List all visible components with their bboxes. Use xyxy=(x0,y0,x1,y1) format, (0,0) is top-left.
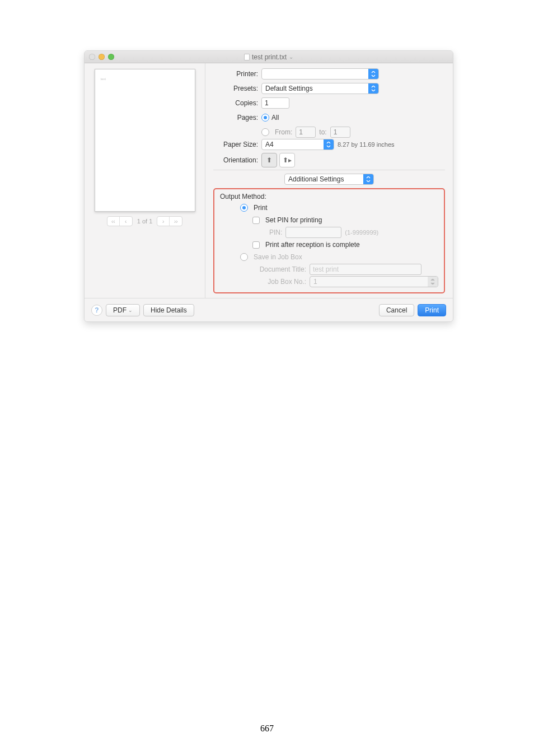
pages-label: Pages: xyxy=(213,114,261,122)
dialog-footer: ? PDF⌄ Hide Details Cancel Print xyxy=(85,298,453,321)
to-input[interactable]: 1 xyxy=(330,127,350,138)
presets-label: Presets: xyxy=(213,85,261,92)
copies-label: Copies: xyxy=(213,99,261,107)
print-after-label: Print after reception is complete xyxy=(265,241,360,249)
pin-input[interactable] xyxy=(285,227,341,238)
printer-select[interactable] xyxy=(261,68,379,80)
hide-details-button[interactable]: Hide Details xyxy=(143,304,194,316)
jobbox-no-label: Job Box No.: xyxy=(251,278,306,286)
output-print-radio[interactable] xyxy=(240,204,248,212)
minimize-icon[interactable] xyxy=(99,54,105,60)
papersize-select[interactable]: A4 xyxy=(261,139,334,150)
help-button[interactable]: ? xyxy=(91,305,102,316)
copies-input[interactable]: 1 xyxy=(261,97,289,109)
pages-all-label: All xyxy=(271,114,279,122)
doc-title-label: Document Title: xyxy=(251,265,306,273)
papersize-label: Paper Size: xyxy=(213,141,261,148)
pages-all-radio[interactable] xyxy=(261,114,269,122)
jobbox-no-select[interactable]: 1 xyxy=(310,276,438,287)
print-dialog: test print.txt ⌄ test ‹‹‹ 1 of 1 ››› xyxy=(84,50,453,322)
save-jobbox-label: Save in Job Box xyxy=(254,253,302,261)
set-pin-checkbox[interactable] xyxy=(252,217,260,224)
from-input[interactable]: 1 xyxy=(296,127,316,138)
orientation-landscape[interactable]: ⬆︎▸ xyxy=(279,153,295,167)
document-icon xyxy=(244,54,250,60)
cancel-button[interactable]: Cancel xyxy=(379,304,414,316)
title-dropdown-icon[interactable]: ⌄ xyxy=(289,54,293,60)
page-indicator: 1 of 1 xyxy=(137,218,153,225)
output-method-label: Output Method: xyxy=(220,193,438,200)
close-icon[interactable] xyxy=(89,54,95,60)
zoom-icon[interactable] xyxy=(108,54,114,60)
output-method-group: Output Method: Print Set PIN for printin… xyxy=(213,188,445,293)
window-title: test print.txt xyxy=(252,53,287,61)
print-after-checkbox[interactable] xyxy=(252,241,260,249)
pin-hint: (1-9999999) xyxy=(345,229,378,236)
preview-pane: test ‹‹‹ 1 of 1 ››› xyxy=(85,63,205,298)
print-button[interactable]: Print xyxy=(418,304,446,316)
save-jobbox-radio[interactable] xyxy=(240,253,248,261)
papersize-info: 8.27 by 11.69 inches xyxy=(338,141,395,148)
output-print-label: Print xyxy=(254,204,268,212)
next-page-buttons[interactable]: ››› xyxy=(157,216,182,226)
orientation-portrait[interactable]: ⬆︎ xyxy=(261,153,277,167)
presets-select[interactable]: Default Settings xyxy=(261,83,379,94)
set-pin-label: Set PIN for printing xyxy=(265,216,322,224)
page-number: 667 xyxy=(0,724,534,734)
titlebar: test print.txt ⌄ xyxy=(85,51,453,63)
printer-label: Printer: xyxy=(213,70,261,78)
pin-label: PIN: xyxy=(269,228,282,236)
prev-page-buttons[interactable]: ‹‹‹ xyxy=(107,216,133,226)
preview-page: test xyxy=(95,69,195,212)
pdf-menu-button[interactable]: PDF⌄ xyxy=(106,304,140,316)
doc-title-input[interactable]: test print xyxy=(310,264,421,275)
from-label: From: xyxy=(275,128,292,136)
section-select[interactable]: Additional Settings xyxy=(284,174,374,185)
pages-range-radio[interactable] xyxy=(261,128,269,136)
to-label: to: xyxy=(319,128,326,136)
orientation-label: Orientation: xyxy=(213,156,261,164)
